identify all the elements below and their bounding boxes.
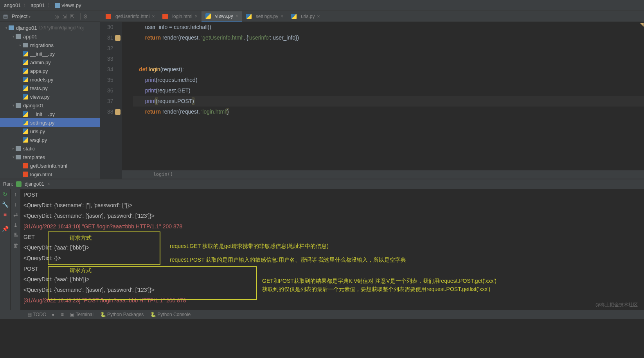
tree-item-admin-py[interactable]: admin.py <box>0 58 100 67</box>
py-icon <box>246 14 252 19</box>
print-icon[interactable]: 🖶 <box>13 232 18 238</box>
tree-item-app01[interactable]: ▾app01 <box>0 32 100 41</box>
project-sidebar: ▤ Project ◎ ⇲ ⇱ ⚙ — ▾django01D:\Python\d… <box>0 11 100 179</box>
py-icon <box>23 94 28 99</box>
annotation-text: request.GET 获取的是get请求携带的非敏感信息(地址栏中的信息) <box>170 241 329 251</box>
py-icon <box>23 68 28 74</box>
html-icon <box>162 14 168 19</box>
tree-label: admin.py <box>30 60 51 65</box>
tree-item-django01[interactable]: ▾django01 <box>0 101 100 110</box>
close-tab-icon[interactable]: × <box>281 14 283 19</box>
status-bar[interactable]: ▦ TODO ● ≡ ▣ Terminal 🐍 Python Packages … <box>0 310 644 319</box>
tree-label: templates <box>23 154 45 160</box>
py-icon <box>23 51 28 56</box>
gutter-marker-icon <box>115 109 121 115</box>
html-icon <box>106 14 111 19</box>
tree-label: wsgi.py <box>30 137 47 143</box>
tab-getUserinfo-html[interactable]: getUserinfo.html× <box>102 11 158 22</box>
html-icon <box>23 163 28 168</box>
breadcrumb-item[interactable]: ango01 <box>4 2 21 8</box>
structure-breadcrumb[interactable]: login() <box>122 170 644 179</box>
soft-wrap-icon[interactable]: ⇄ <box>13 212 18 218</box>
hide-icon[interactable]: — <box>91 13 97 20</box>
close-tab-icon[interactable]: × <box>152 14 155 19</box>
run-config-icon <box>16 181 22 187</box>
tree-item-urls-py[interactable]: urls.py <box>0 127 100 136</box>
tab-login-html[interactable]: login.html× <box>158 11 201 22</box>
tab-settings-py[interactable]: settings.py× <box>242 11 287 22</box>
tree-item-__init__-py[interactable]: __init__.py <box>0 110 100 118</box>
project-view-icon: ▤ <box>3 13 8 19</box>
run-config-name[interactable]: django01 <box>25 181 44 187</box>
tree-item-models-py[interactable]: models.py <box>0 75 100 84</box>
folder-icon <box>16 146 21 151</box>
tree-item-tests-py[interactable]: tests.py <box>0 84 100 92</box>
collapse-all-icon[interactable]: ⇱ <box>70 13 75 20</box>
annotation-text: 请求方式 <box>70 233 92 243</box>
folder-icon <box>23 43 28 47</box>
code-editor[interactable]: 303132333435363738 user_info = cursor.fe… <box>100 22 644 179</box>
pin-icon[interactable]: 📌 <box>2 226 9 232</box>
tree-label: login.html <box>30 172 52 177</box>
console-output[interactable]: POST <QueryDict: {'username': [''], 'pas… <box>20 189 644 310</box>
tree-label: models.py <box>30 77 53 83</box>
select-opened-file-icon[interactable]: ◎ <box>54 13 59 20</box>
python-file-icon <box>55 3 60 8</box>
tree-label: migrations <box>30 42 54 48</box>
stop-icon[interactable]: 🔧 <box>2 201 9 208</box>
py-icon <box>23 77 28 82</box>
tree-item-__init__-py[interactable]: __init__.py <box>0 49 100 58</box>
expand-all-icon[interactable]: ⇲ <box>62 13 67 20</box>
run-title: Run: <box>3 181 13 187</box>
close-tab-icon[interactable]: × <box>317 14 320 19</box>
rerun-icon[interactable]: ↻ <box>3 191 7 197</box>
stop2-icon[interactable]: ■ <box>4 212 7 218</box>
breadcrumb-item[interactable]: views.py <box>62 2 81 8</box>
py-icon <box>23 60 28 65</box>
tree-item-apps-py[interactable]: apps.py <box>0 67 100 75</box>
tree-label: app01 <box>23 34 37 40</box>
tree-label: settings.py <box>30 120 54 126</box>
folder-icon <box>16 155 21 159</box>
project-tree[interactable]: ▾django01D:\Python\djangoProj▾app01▸migr… <box>0 22 100 179</box>
breadcrumb: ango01 〉 app01 〉 views.py <box>0 0 644 11</box>
tree-item-django01[interactable]: ▾django01D:\Python\djangoProj <box>0 24 100 32</box>
tree-item-templates[interactable]: ▾templates <box>0 153 100 161</box>
py-icon <box>205 13 211 19</box>
up-icon[interactable]: ↑ <box>14 191 17 197</box>
scroll-end-icon[interactable]: ⤓ <box>13 222 18 228</box>
tree-label: getUserinfo.html <box>30 163 67 169</box>
tree-label: __init__.py <box>30 111 55 117</box>
editor-tabs[interactable]: getUserinfo.html×login.html×views.py×set… <box>100 11 644 22</box>
breadcrumb-item[interactable]: app01 <box>31 2 45 8</box>
clear-all-icon[interactable]: 🗑 <box>13 242 18 248</box>
py-icon <box>23 137 28 143</box>
tree-label: urls.py <box>30 128 45 134</box>
tab-views-py[interactable]: views.py× <box>201 11 242 22</box>
tree-item-settings-py[interactable]: settings.py <box>0 118 100 127</box>
close-tab-icon[interactable]: × <box>236 13 238 19</box>
close-tab-icon[interactable]: × <box>195 14 198 19</box>
error-stripe[interactable] <box>639 22 644 170</box>
annotation-text: request.POST 获取的是用户输入的敏感信息:用户名、密码等 我这里什么… <box>170 255 406 265</box>
tree-item-static[interactable]: ▸static <box>0 144 100 153</box>
folder-icon <box>16 34 21 39</box>
tree-label: tests.py <box>30 85 48 91</box>
project-dropdown[interactable]: Project <box>12 13 31 19</box>
down-icon[interactable]: ↓ <box>14 201 17 208</box>
tree-item-getUserinfo-html[interactable]: getUserinfo.html <box>0 161 100 170</box>
tree-label: django01 <box>16 25 37 31</box>
folder-root-icon <box>9 25 14 30</box>
tree-item-views-py[interactable]: views.py <box>0 92 100 101</box>
tab-urls-py[interactable]: urls.py× <box>287 11 324 22</box>
tree-item-migrations[interactable]: ▸migrations <box>0 41 100 49</box>
tree-label: views.py <box>30 94 50 100</box>
run-config-close-icon[interactable]: × <box>47 181 50 187</box>
py-icon <box>23 128 28 134</box>
py-icon <box>23 120 28 125</box>
settings-icon[interactable]: ⚙ <box>80 13 88 20</box>
py-icon <box>23 85 28 91</box>
annotation-text: 请求方式 <box>70 265 92 276</box>
tree-item-wsgi-py[interactable]: wsgi.py <box>0 136 100 144</box>
tree-item-login-html[interactable]: login.html <box>0 170 100 179</box>
